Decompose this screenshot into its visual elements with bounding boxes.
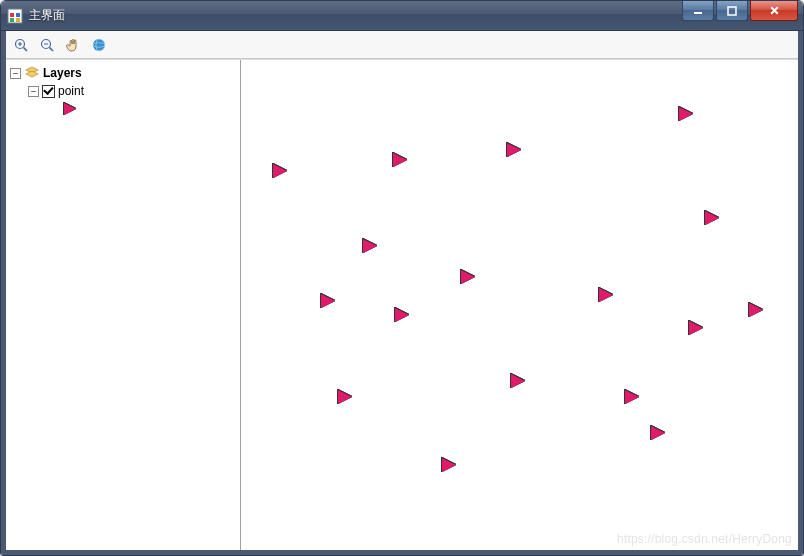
svg-rect-3 [10, 18, 14, 22]
svg-marker-17 [26, 71, 38, 77]
point-marker[interactable] [749, 303, 763, 317]
point-marker[interactable] [321, 294, 335, 308]
legend-symbol-icon [64, 103, 76, 115]
zoom-in-button[interactable] [10, 34, 32, 56]
layer-visibility-checkbox[interactable] [42, 85, 55, 98]
tree-layer-row[interactable]: − point [8, 82, 238, 100]
tree-root-label: Layers [43, 66, 82, 80]
svg-rect-1 [10, 13, 14, 17]
layer-label: point [58, 84, 84, 98]
maximize-button[interactable] [716, 1, 748, 21]
svg-rect-6 [728, 7, 736, 15]
watermark-text: https://blog.csdn.net/HerryDong [617, 532, 792, 546]
point-marker[interactable] [395, 308, 409, 322]
point-marker[interactable] [442, 458, 456, 472]
close-button[interactable] [750, 1, 798, 21]
layers-icon [24, 65, 40, 81]
point-marker[interactable] [338, 390, 352, 404]
point-marker[interactable] [363, 239, 377, 253]
svg-rect-5 [694, 12, 702, 14]
app-window: 主界面 [0, 0, 804, 556]
title-bar[interactable]: 主界面 [1, 1, 803, 31]
point-marker[interactable] [625, 390, 639, 404]
minimize-button[interactable] [682, 1, 714, 21]
svg-line-12 [49, 47, 53, 51]
point-marker[interactable] [461, 270, 475, 284]
zoom-in-icon [13, 37, 29, 53]
point-marker[interactable] [689, 321, 703, 335]
point-marker[interactable] [651, 426, 665, 440]
tree-legend-row [8, 100, 238, 118]
tree-root-row[interactable]: − Layers [8, 64, 238, 82]
client-area: − Layers − point [1, 31, 803, 555]
point-marker[interactable] [705, 211, 719, 225]
layer-tree-panel: − Layers − point [6, 60, 241, 550]
globe-icon [91, 37, 107, 53]
svg-line-8 [23, 47, 27, 51]
pan-button[interactable] [62, 34, 84, 56]
svg-rect-4 [16, 18, 20, 22]
full-extent-button[interactable] [88, 34, 110, 56]
window-title: 主界面 [29, 7, 65, 24]
zoom-out-button[interactable] [36, 34, 58, 56]
window-controls [682, 1, 803, 23]
pan-hand-icon [65, 37, 81, 53]
point-marker[interactable] [507, 143, 521, 157]
point-marker[interactable] [393, 153, 407, 167]
svg-rect-2 [16, 13, 20, 17]
app-icon [7, 8, 23, 24]
point-marker[interactable] [273, 164, 287, 178]
map-canvas[interactable]: https://blog.csdn.net/HerryDong [241, 60, 798, 550]
point-marker[interactable] [679, 107, 693, 121]
tree-collapse-icon[interactable]: − [10, 68, 21, 79]
tree-collapse-icon[interactable]: − [28, 86, 39, 97]
point-marker[interactable] [599, 288, 613, 302]
point-marker[interactable] [511, 374, 525, 388]
content-area: − Layers − point [6, 59, 798, 550]
toolbar [6, 31, 798, 59]
zoom-out-icon [39, 37, 55, 53]
